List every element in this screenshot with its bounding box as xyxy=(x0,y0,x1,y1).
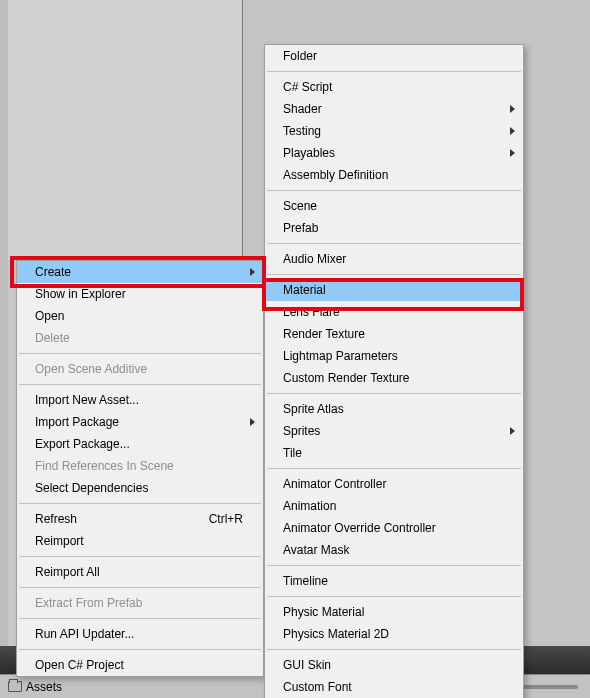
separator xyxy=(19,503,261,504)
submenu-sprite-atlas[interactable]: Sprite Atlas xyxy=(265,398,523,420)
submenu-scene-label: Scene xyxy=(283,199,317,213)
submenu-gui-skin[interactable]: GUI Skin xyxy=(265,654,523,676)
menu-create[interactable]: Create xyxy=(17,261,263,283)
submenu-animator-override-controller[interactable]: Animator Override Controller xyxy=(265,517,523,539)
submenu-animator-override-controller-label: Animator Override Controller xyxy=(283,521,436,535)
menu-open-cs-project[interactable]: Open C# Project xyxy=(17,654,263,676)
submenu-physics-material-2d-label: Physics Material 2D xyxy=(283,627,389,641)
submenu-physics-material-2d[interactable]: Physics Material 2D xyxy=(265,623,523,645)
panel-left-bg xyxy=(0,0,243,260)
submenu-prefab-label: Prefab xyxy=(283,221,318,235)
menu-reimport-all-label: Reimport All xyxy=(35,565,100,579)
separator xyxy=(267,596,521,597)
menu-run-api-updater-label: Run API Updater... xyxy=(35,627,134,641)
menu-reimport-all[interactable]: Reimport All xyxy=(17,561,263,583)
submenu-lightmap-parameters-label: Lightmap Parameters xyxy=(283,349,398,363)
menu-open[interactable]: Open xyxy=(17,305,263,327)
menu-open-cs-project-label: Open C# Project xyxy=(35,658,124,672)
submenu-playables[interactable]: Playables xyxy=(265,142,523,164)
submenu-render-texture[interactable]: Render Texture xyxy=(265,323,523,345)
separator xyxy=(19,556,261,557)
menu-run-api-updater[interactable]: Run API Updater... xyxy=(17,623,263,645)
menu-reimport[interactable]: Reimport xyxy=(17,530,263,552)
submenu-shader[interactable]: Shader xyxy=(265,98,523,120)
submenu-custom-render-texture-label: Custom Render Texture xyxy=(283,371,410,385)
menu-refresh-label: Refresh xyxy=(35,512,77,526)
menu-import-new-asset[interactable]: Import New Asset... xyxy=(17,389,263,411)
menu-import-package-label: Import Package xyxy=(35,415,119,429)
submenu-folder[interactable]: Folder xyxy=(265,45,523,67)
separator xyxy=(19,618,261,619)
submenu-cs-script-label: C# Script xyxy=(283,80,332,94)
menu-create-label: Create xyxy=(35,265,71,279)
left-gutter xyxy=(0,0,8,698)
menu-show-in-explorer[interactable]: Show in Explorer xyxy=(17,283,263,305)
separator xyxy=(19,587,261,588)
separator xyxy=(267,243,521,244)
menu-open-scene-additive-label: Open Scene Additive xyxy=(35,362,147,376)
menu-refresh-shortcut: Ctrl+R xyxy=(209,508,243,530)
menu-select-dependencies[interactable]: Select Dependencies xyxy=(17,477,263,499)
menu-refresh[interactable]: RefreshCtrl+R xyxy=(17,508,263,530)
menu-open-scene-additive: Open Scene Additive xyxy=(17,358,263,380)
submenu-timeline[interactable]: Timeline xyxy=(265,570,523,592)
submenu-cs-script[interactable]: C# Script xyxy=(265,76,523,98)
submenu-lightmap-parameters[interactable]: Lightmap Parameters xyxy=(265,345,523,367)
separator xyxy=(19,353,261,354)
submenu-shader-label: Shader xyxy=(283,102,322,116)
submenu-tile[interactable]: Tile xyxy=(265,442,523,464)
submenu-animation[interactable]: Animation xyxy=(265,495,523,517)
submenu-physic-material-label: Physic Material xyxy=(283,605,364,619)
menu-open-label: Open xyxy=(35,309,64,323)
submenu-avatar-mask-label: Avatar Mask xyxy=(283,543,349,557)
submenu-testing-label: Testing xyxy=(283,124,321,138)
submenu-assembly-definition[interactable]: Assembly Definition xyxy=(265,164,523,186)
separator xyxy=(19,384,261,385)
separator xyxy=(267,393,521,394)
submenu-gui-skin-label: GUI Skin xyxy=(283,658,331,672)
submenu-sprites-label: Sprites xyxy=(283,424,320,438)
menu-delete-label: Delete xyxy=(35,331,70,345)
submenu-testing[interactable]: Testing xyxy=(265,120,523,142)
submenu-audio-mixer[interactable]: Audio Mixer xyxy=(265,248,523,270)
menu-import-new-asset-label: Import New Asset... xyxy=(35,393,139,407)
submenu-custom-font[interactable]: Custom Font xyxy=(265,676,523,698)
separator xyxy=(267,274,521,275)
submenu-physic-material[interactable]: Physic Material xyxy=(265,601,523,623)
menu-find-references: Find References In Scene xyxy=(17,455,263,477)
submenu-animation-label: Animation xyxy=(283,499,336,513)
menu-find-references-label: Find References In Scene xyxy=(35,459,174,473)
submenu-sprite-atlas-label: Sprite Atlas xyxy=(283,402,344,416)
submenu-lens-flare[interactable]: Lens Flare xyxy=(265,301,523,323)
submenu-scene[interactable]: Scene xyxy=(265,195,523,217)
submenu-audio-mixer-label: Audio Mixer xyxy=(283,252,346,266)
menu-extract-from-prefab: Extract From Prefab xyxy=(17,592,263,614)
submenu-lens-flare-label: Lens Flare xyxy=(283,305,340,319)
separator xyxy=(267,565,521,566)
submenu-timeline-label: Timeline xyxy=(283,574,328,588)
separator xyxy=(19,649,261,650)
submenu-folder-label: Folder xyxy=(283,49,317,63)
separator xyxy=(267,71,521,72)
submenu-assembly-definition-label: Assembly Definition xyxy=(283,168,388,182)
submenu-animator-controller[interactable]: Animator Controller xyxy=(265,473,523,495)
submenu-playables-label: Playables xyxy=(283,146,335,160)
separator xyxy=(267,468,521,469)
menu-extract-from-prefab-label: Extract From Prefab xyxy=(35,596,142,610)
menu-import-package[interactable]: Import Package xyxy=(17,411,263,433)
folder-icon xyxy=(8,681,22,692)
menu-reimport-label: Reimport xyxy=(35,534,84,548)
submenu-material[interactable]: Material xyxy=(265,279,523,301)
submenu-prefab[interactable]: Prefab xyxy=(265,217,523,239)
separator xyxy=(267,649,521,650)
submenu-avatar-mask[interactable]: Avatar Mask xyxy=(265,539,523,561)
submenu-custom-render-texture[interactable]: Custom Render Texture xyxy=(265,367,523,389)
menu-select-dependencies-label: Select Dependencies xyxy=(35,481,148,495)
separator xyxy=(267,190,521,191)
menu-show-in-explorer-label: Show in Explorer xyxy=(35,287,126,301)
menu-export-package[interactable]: Export Package... xyxy=(17,433,263,455)
submenu-custom-font-label: Custom Font xyxy=(283,680,352,694)
submenu-sprites[interactable]: Sprites xyxy=(265,420,523,442)
create-submenu: Folder C# Script Shader Testing Playable… xyxy=(264,44,524,698)
menu-export-package-label: Export Package... xyxy=(35,437,130,451)
